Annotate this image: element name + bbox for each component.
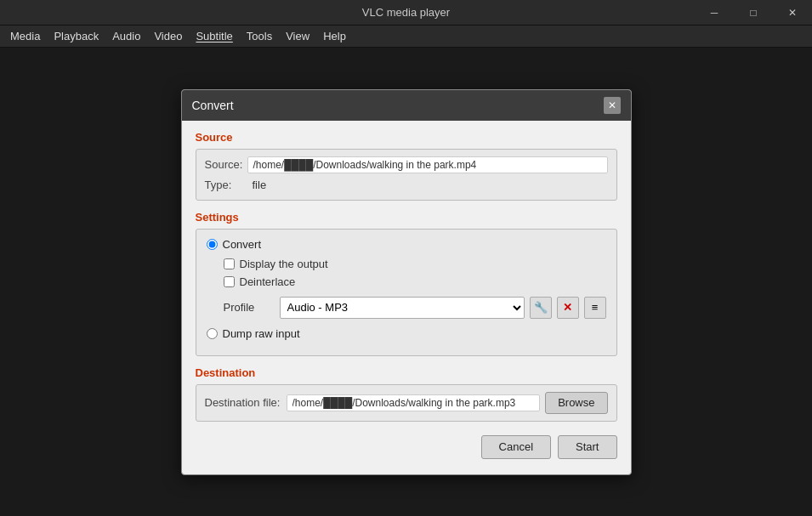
titlebar: VLC media player ─ □ ✕ bbox=[0, 0, 812, 26]
delete-icon: ✕ bbox=[563, 301, 572, 314]
destination-section-label: Destination bbox=[196, 366, 617, 379]
source-type-row: Type: file bbox=[205, 177, 608, 193]
dialog-header: Convert ✕ bbox=[182, 90, 631, 121]
type-key-label: Type: bbox=[205, 179, 247, 191]
settings-section-label: Settings bbox=[196, 211, 617, 224]
convert-dialog: Convert ✕ Source Source: /home/████/Down… bbox=[181, 89, 632, 475]
dump-raw-row: Dump raw input bbox=[207, 327, 606, 340]
window-controls: ─ □ ✕ bbox=[695, 0, 812, 26]
dialog-close-button[interactable]: ✕ bbox=[604, 97, 621, 114]
destination-file-label: Destination file: bbox=[205, 396, 281, 409]
type-value: file bbox=[247, 177, 608, 193]
app-title: VLC media player bbox=[362, 6, 450, 19]
menu-media[interactable]: Media bbox=[3, 27, 47, 46]
menu-playback[interactable]: Playback bbox=[47, 27, 105, 46]
deinterlace-row: Deinterlace bbox=[224, 275, 606, 288]
destination-box: Destination file: Browse bbox=[196, 384, 617, 422]
settings-box: Convert Display the output Deinterlace P… bbox=[196, 229, 617, 356]
display-output-row: Display the output bbox=[224, 258, 606, 270]
browse-button[interactable]: Browse bbox=[545, 392, 607, 414]
profile-edit-button[interactable]: 🔧 bbox=[530, 297, 552, 319]
dialog-title: Convert bbox=[192, 99, 234, 112]
menu-video[interactable]: Video bbox=[147, 27, 189, 46]
list-icon: ≡ bbox=[592, 301, 599, 314]
dump-raw-radio[interactable] bbox=[207, 328, 218, 339]
maximize-button[interactable]: □ bbox=[734, 0, 773, 26]
dialog-footer: Cancel Start bbox=[196, 434, 617, 464]
source-section-label: Source bbox=[196, 131, 617, 144]
wrench-icon: 🔧 bbox=[534, 301, 548, 314]
display-output-checkbox[interactable] bbox=[224, 258, 235, 269]
menu-view[interactable]: View bbox=[279, 27, 316, 46]
convert-radio[interactable] bbox=[207, 239, 218, 250]
menu-audio[interactable]: Audio bbox=[105, 27, 147, 46]
profile-select[interactable]: Audio - MP3 Video - H.264 + MP3 (MP4) Vi… bbox=[280, 297, 525, 319]
destination-file-row: Destination file: Browse bbox=[205, 392, 608, 414]
dialog-body: Source Source: /home/████/Downloads/walk… bbox=[182, 121, 631, 474]
content-area: Convert ✕ Source Source: /home/████/Down… bbox=[0, 48, 812, 516]
destination-file-input[interactable] bbox=[287, 394, 541, 411]
profile-delete-button[interactable]: ✕ bbox=[557, 297, 579, 319]
source-key-label: Source: bbox=[205, 158, 247, 171]
profile-row: Profile Audio - MP3 Video - H.264 + MP3 … bbox=[224, 297, 606, 319]
display-output-label[interactable]: Display the output bbox=[240, 258, 328, 270]
convert-radio-row: Convert bbox=[207, 238, 606, 251]
deinterlace-checkbox[interactable] bbox=[224, 276, 235, 287]
convert-radio-label[interactable]: Convert bbox=[223, 238, 262, 251]
start-button[interactable]: Start bbox=[558, 435, 616, 459]
profile-list-button[interactable]: ≡ bbox=[584, 297, 606, 319]
dump-raw-label[interactable]: Dump raw input bbox=[223, 327, 300, 340]
close-button[interactable]: ✕ bbox=[773, 0, 812, 26]
menu-tools[interactable]: Tools bbox=[240, 27, 279, 46]
source-box: Source: /home/████/Downloads/walking in … bbox=[196, 149, 617, 201]
menu-help[interactable]: Help bbox=[316, 27, 353, 46]
source-path-value: /home/████/Downloads/walking in the park… bbox=[247, 156, 608, 173]
menu-subtitle[interactable]: Subtitle bbox=[189, 27, 239, 46]
cancel-button[interactable]: Cancel bbox=[481, 435, 551, 459]
minimize-button[interactable]: ─ bbox=[695, 0, 734, 26]
deinterlace-label[interactable]: Deinterlace bbox=[240, 275, 296, 288]
source-path-row: Source: /home/████/Downloads/walking in … bbox=[205, 156, 608, 173]
profile-label: Profile bbox=[224, 301, 275, 314]
menubar: Media Playback Audio Video Subtitle Tool… bbox=[0, 26, 812, 48]
